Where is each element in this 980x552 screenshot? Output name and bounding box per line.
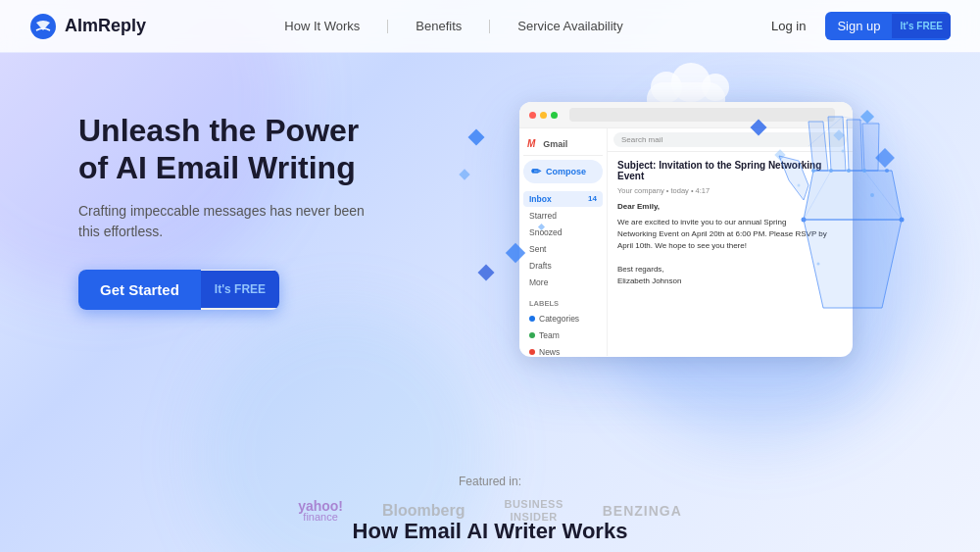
hero-left: Unleash the Power of AI Email Writing Cr… [78, 92, 451, 310]
logo-text: AImReply [65, 16, 146, 36]
gmail-title: Gmail [543, 139, 567, 149]
label-team[interactable]: Team [523, 327, 603, 343]
logo-icon [29, 13, 57, 40]
nav-link-benefits[interactable]: Benefits [416, 19, 462, 33]
svg-point-4 [702, 74, 729, 101]
sidebar-drafts[interactable]: Drafts [523, 258, 603, 274]
svg-marker-8 [828, 117, 846, 171]
nav-actions: Log in Sign up It's FREE [761, 12, 951, 40]
compose-icon: ✏ [531, 165, 541, 178]
svg-point-26 [885, 169, 889, 173]
navbar: AImReply How It Works Benefits Service A… [0, 0, 980, 53]
label-color-team [529, 332, 535, 338]
featured-section: Featured in: yahoo! finance Bloomberg BU… [0, 475, 980, 523]
logo[interactable]: AImReply [29, 13, 146, 40]
nav-links: How It Works Benefits Service Availabili… [284, 19, 622, 33]
nav-divider-1 [387, 20, 388, 33]
svg-marker-11 [779, 156, 808, 200]
label-news[interactable]: News [523, 344, 603, 357]
ai-hand-illustration [745, 102, 941, 318]
logo-bloomberg: Bloomberg [382, 502, 465, 520]
svg-point-23 [842, 150, 845, 153]
signup-text: Sign up [825, 12, 892, 40]
dot-green [551, 112, 558, 119]
sidebar-starred[interactable]: Starred [523, 208, 603, 224]
nav-divider-2 [489, 20, 490, 33]
labels-header: Labels [523, 296, 603, 311]
get-started-badge: It's FREE [201, 271, 279, 308]
compose-button[interactable]: ✏ Compose [523, 160, 603, 183]
login-button[interactable]: Log in [761, 13, 815, 39]
get-started-button[interactable]: Get Started It's FREE [78, 270, 279, 310]
compose-label: Compose [546, 167, 586, 176]
svg-marker-10 [862, 124, 879, 171]
hero-right: M Gmail ✏ Compose Inbox 14 Starred [451, 92, 921, 357]
sidebar-sent[interactable]: Sent [523, 241, 603, 257]
svg-point-24 [870, 193, 874, 197]
how-it-works-title: How Email AI Writer Works [0, 519, 980, 544]
dot-red [529, 112, 536, 119]
label-color-categories [529, 316, 535, 322]
diamond-1 [468, 129, 485, 146]
gmail-header: M Gmail [523, 134, 603, 156]
sidebar-snoozed[interactable]: Snoozed [523, 225, 603, 240]
svg-marker-6 [804, 171, 902, 220]
dot-yellow [540, 112, 547, 119]
hero-subtitle: Crafting impeccable messages has never b… [78, 201, 372, 242]
hero-title: Unleash the Power of AI Email Writing [78, 112, 451, 187]
svg-point-27 [817, 263, 820, 266]
how-it-works-section: How Email AI Writer Works [0, 519, 980, 544]
sidebar-inbox[interactable]: Inbox 14 [523, 191, 603, 207]
sidebar-more[interactable]: More [523, 275, 603, 290]
featured-label: Featured in: [0, 475, 980, 488]
signup-button[interactable]: Sign up It's FREE [825, 12, 951, 40]
logo-benzinga: BENZINGA [603, 503, 682, 519]
nav-link-how-it-works[interactable]: How It Works [284, 19, 360, 33]
label-categories[interactable]: Categories [523, 311, 603, 326]
svg-marker-9 [847, 120, 862, 171]
gmail-m-logo: M [527, 138, 535, 149]
diamond-7 [478, 265, 495, 281]
label-color-news [529, 349, 535, 355]
signup-badge: It's FREE [892, 14, 951, 38]
svg-marker-7 [808, 122, 828, 171]
get-started-text: Get Started [78, 270, 201, 310]
diamond-2 [459, 169, 469, 179]
gmail-sidebar: M Gmail ✏ Compose Inbox 14 Starred [519, 128, 608, 356]
nav-link-service[interactable]: Service Availability [517, 19, 622, 33]
svg-point-25 [798, 184, 801, 187]
